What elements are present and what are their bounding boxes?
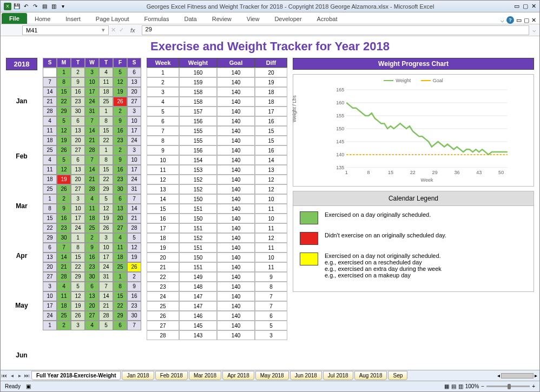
weight-table-cell[interactable]: 147 (179, 301, 217, 311)
calendar-cell[interactable]: 14 (99, 291, 113, 301)
calendar-cell[interactable]: 6 (71, 116, 85, 126)
zoom-slider[interactable] (486, 386, 530, 387)
weight-table-cell[interactable]: 28 (147, 330, 179, 340)
calendar-cell[interactable]: 21 (99, 301, 113, 311)
calendar-cell[interactable]: 9 (71, 77, 85, 87)
ribbon-tab-home[interactable]: Home (27, 14, 58, 24)
weight-table-cell[interactable]: 12 (255, 233, 287, 243)
weight-table-cell[interactable]: 17 (147, 223, 179, 233)
calendar-cell[interactable]: 5 (99, 321, 113, 330)
calendar-cell[interactable]: 10 (99, 243, 113, 253)
sheet-tab[interactable]: Jun 2018 (290, 371, 322, 380)
calendar-cell[interactable]: 12 (99, 204, 113, 214)
weight-table-cell[interactable]: 152 (179, 184, 217, 194)
ribbon-tab-view[interactable]: View (239, 14, 267, 24)
calendar-cell[interactable]: 16 (113, 126, 127, 136)
calendar-cell[interactable]: 3 (127, 107, 141, 116)
calendar-cell[interactable]: 21 (127, 214, 141, 223)
calendar-cell[interactable]: 2 (57, 194, 71, 204)
calendar-cell[interactable]: 14 (127, 204, 141, 214)
ribbon-tab-developer[interactable]: Developer (267, 14, 309, 24)
weight-table-cell[interactable]: 10 (255, 194, 287, 204)
weight-table-cell[interactable]: 15 (255, 126, 287, 136)
weight-table-cell[interactable]: 19 (255, 77, 287, 87)
calendar-cell[interactable]: 23 (71, 97, 85, 107)
calendar-cell[interactable]: 26 (57, 145, 71, 155)
calendar-cell[interactable]: 16 (71, 87, 85, 97)
calendar-cell[interactable]: 20 (113, 214, 127, 223)
doc-max-icon[interactable]: ▢ (524, 17, 529, 24)
calendar-cell[interactable]: 5 (127, 233, 141, 243)
calendar-cell[interactable]: 28 (85, 184, 99, 194)
weight-table-cell[interactable]: 2 (147, 77, 179, 87)
calendar-cell[interactable]: 12 (71, 291, 85, 301)
doc-close-icon[interactable]: ✕ (531, 17, 536, 24)
calendar-cell[interactable]: 24 (127, 136, 141, 145)
calendar-cell[interactable]: 24 (43, 311, 57, 321)
sheet-tab[interactable]: Mar 2018 (189, 371, 221, 380)
calendar-cell[interactable]: 10 (85, 77, 99, 87)
calendar-cell[interactable]: 18 (57, 301, 71, 311)
weight-table-cell[interactable]: 15 (255, 136, 287, 145)
calendar-cell[interactable]: 20 (71, 175, 85, 184)
calendar-cell[interactable]: 27 (71, 184, 85, 194)
calendar-cell[interactable]: 3 (71, 194, 85, 204)
calendar-cell[interactable]: 3 (71, 321, 85, 330)
calendar-cell[interactable]: 8 (99, 155, 113, 165)
weight-table-cell[interactable]: 11 (255, 204, 287, 214)
weight-table-cell[interactable]: 140 (217, 155, 255, 165)
weight-table-cell[interactable]: 152 (179, 175, 217, 184)
calendar-cell[interactable]: 7 (127, 321, 141, 330)
calendar-cell[interactable]: 2 (71, 68, 85, 77)
calendar-cell[interactable]: 18 (85, 214, 99, 223)
calendar-cell[interactable]: 6 (113, 321, 127, 330)
calendar-cell[interactable]: 11 (99, 77, 113, 87)
weight-table-cell[interactable]: 155 (179, 136, 217, 145)
weight-table-cell[interactable]: 19 (147, 243, 179, 253)
view-layout-icon[interactable]: ▤ (451, 383, 456, 389)
weight-table-cell[interactable]: 7 (255, 301, 287, 311)
weight-table-cell[interactable]: 7 (147, 126, 179, 136)
weight-table-cell[interactable]: 16 (255, 145, 287, 155)
ribbon-tab-file[interactable]: File (2, 13, 27, 24)
calendar-cell[interactable]: 1 (99, 107, 113, 116)
weight-table-cell[interactable]: 10 (147, 155, 179, 165)
help-icon[interactable]: ? (506, 16, 514, 24)
weight-table-cell[interactable]: 11 (147, 165, 179, 175)
calendar-cell[interactable]: 15 (99, 165, 113, 175)
calendar-cell[interactable]: 11 (43, 126, 57, 136)
weight-table-cell[interactable]: 140 (217, 223, 255, 233)
calendar-cell[interactable]: 26 (99, 223, 113, 233)
ribbon-tab-formulas[interactable]: Formulas (137, 14, 177, 24)
calendar-cell[interactable]: 3 (43, 282, 57, 291)
calendar-cell[interactable]: 16 (57, 214, 71, 223)
weight-table-cell[interactable]: 13 (147, 184, 179, 194)
calendar-cell[interactable]: 17 (85, 87, 99, 97)
weight-table-cell[interactable]: 11 (255, 243, 287, 253)
calendar-cell[interactable]: 7 (85, 116, 99, 126)
calendar-cell[interactable]: 20 (71, 136, 85, 145)
weight-table-cell[interactable]: 3 (255, 330, 287, 340)
weight-table-cell[interactable]: 15 (147, 204, 179, 214)
minimize-icon[interactable]: ▭ (514, 3, 519, 10)
weight-table-cell[interactable]: 7 (255, 291, 287, 301)
weight-table-cell[interactable]: 140 (217, 243, 255, 253)
calendar-cell[interactable]: 1 (113, 272, 127, 282)
enter-formula-icon[interactable]: ✓ (119, 26, 124, 34)
calendar-cell[interactable]: 7 (57, 243, 71, 253)
sheet-tab[interactable]: Aug 2018 (354, 371, 387, 380)
weight-table-cell[interactable]: 148 (179, 282, 217, 291)
hscroll-right-icon[interactable]: ▸ (535, 373, 537, 378)
calendar-cell[interactable]: 10 (43, 291, 57, 301)
calendar-cell[interactable]: 6 (71, 155, 85, 165)
weight-table-cell[interactable]: 140 (217, 214, 255, 223)
weight-table-cell[interactable]: 158 (179, 97, 217, 107)
calendar-cell[interactable]: 25 (57, 311, 71, 321)
calendar-cell[interactable]: 4 (57, 282, 71, 291)
calendar-cell[interactable]: 12 (57, 126, 71, 136)
weight-table-cell[interactable]: 140 (217, 194, 255, 204)
weight-table-cell[interactable]: 140 (217, 87, 255, 97)
calendar-cell[interactable]: 21 (43, 97, 57, 107)
calendar-cell[interactable]: 17 (127, 165, 141, 175)
calendar-cell[interactable]: 6 (43, 243, 57, 253)
